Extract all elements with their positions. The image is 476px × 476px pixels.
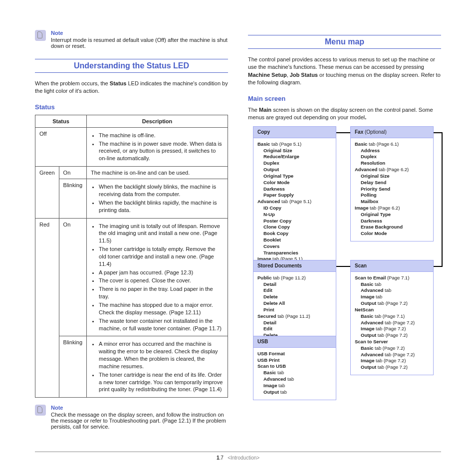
note-icon	[35, 405, 46, 416]
page-footer: 1.7 <Introduction>	[35, 455, 441, 461]
note-text: Interrupt mode is resumed at default val…	[51, 37, 228, 49]
led-intro: When the problem occurs, the Status LED …	[35, 80, 228, 95]
main-screen-intro: The Main screen is shown on the display …	[248, 106, 441, 122]
note-text: Check the message on the display screen,…	[51, 412, 228, 430]
section-title-menu: Menu map	[248, 35, 441, 49]
menu-diagram: Copy Basic tab (Page 5.1) Original Size …	[248, 126, 441, 436]
note-title: Note	[51, 405, 228, 411]
note-title: Note	[51, 30, 228, 36]
subhead-status: Status	[35, 103, 228, 111]
cell-off: Off	[35, 127, 87, 166]
section-title-led: Understanding the Status LED	[35, 59, 228, 73]
cell-red: Red	[35, 218, 59, 398]
status-table: Status Description Off The machine is of…	[35, 115, 228, 398]
cell-green: Green	[35, 167, 59, 218]
subhead-main-screen: Main screen	[248, 95, 441, 102]
note-top: Note Interrupt mode is resumed at defaul…	[35, 30, 228, 49]
note-bottom: Note Check the message on the display sc…	[35, 405, 228, 430]
menu-box-fax: Fax (Optional) Basic tab (Page 6.1) Addr…	[350, 126, 434, 241]
th-description: Description	[87, 115, 228, 127]
footer-divider	[35, 452, 441, 452]
menu-intro: The control panel provides access to var…	[248, 56, 441, 87]
th-status: Status	[35, 115, 87, 127]
menu-box-scan: Scan Scan to Email (Page 7.1) Basic tab …	[350, 260, 434, 375]
note-icon	[35, 30, 46, 41]
menu-box-usb: USB USB Format USB Print Scan to USB Bas…	[253, 336, 336, 400]
